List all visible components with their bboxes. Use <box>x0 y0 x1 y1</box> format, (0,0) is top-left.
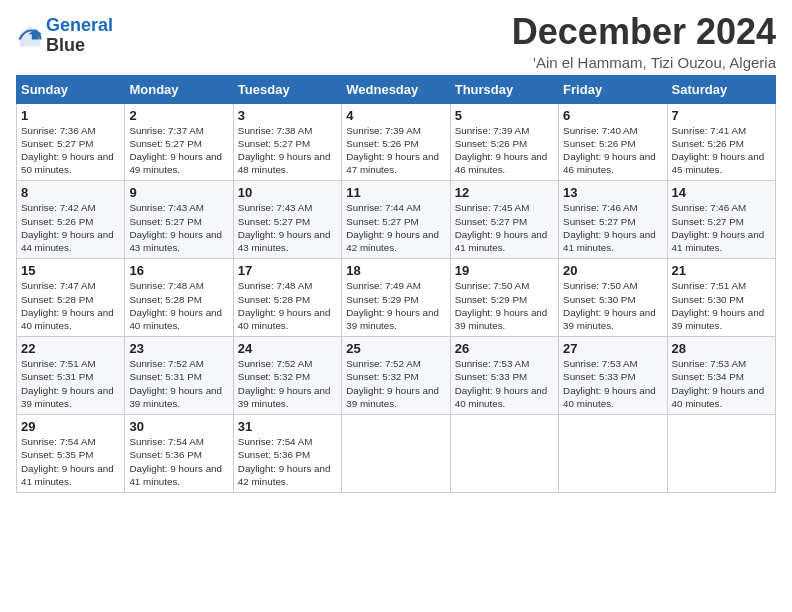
day-detail: Sunrise: 7:45 AMSunset: 5:27 PMDaylight:… <box>455 201 554 254</box>
day-detail: Sunrise: 7:43 AMSunset: 5:27 PMDaylight:… <box>129 201 228 254</box>
calendar-cell: 19Sunrise: 7:50 AMSunset: 5:29 PMDayligh… <box>450 259 558 337</box>
calendar-cell: 18Sunrise: 7:49 AMSunset: 5:29 PMDayligh… <box>342 259 450 337</box>
calendar-cell: 20Sunrise: 7:50 AMSunset: 5:30 PMDayligh… <box>559 259 667 337</box>
calendar-week-5: 29Sunrise: 7:54 AMSunset: 5:35 PMDayligh… <box>17 415 776 493</box>
calendar-cell: 24Sunrise: 7:52 AMSunset: 5:32 PMDayligh… <box>233 337 341 415</box>
calendar-cell: 4Sunrise: 7:39 AMSunset: 5:26 PMDaylight… <box>342 103 450 181</box>
th-friday: Friday <box>559 75 667 103</box>
day-detail: Sunrise: 7:43 AMSunset: 5:27 PMDaylight:… <box>238 201 337 254</box>
day-number: 19 <box>455 263 554 278</box>
calendar-cell: 15Sunrise: 7:47 AMSunset: 5:28 PMDayligh… <box>17 259 125 337</box>
calendar-cell: 14Sunrise: 7:46 AMSunset: 5:27 PMDayligh… <box>667 181 775 259</box>
calendar-week-4: 22Sunrise: 7:51 AMSunset: 5:31 PMDayligh… <box>17 337 776 415</box>
day-number: 13 <box>563 185 662 200</box>
calendar-cell: 17Sunrise: 7:48 AMSunset: 5:28 PMDayligh… <box>233 259 341 337</box>
day-number: 20 <box>563 263 662 278</box>
day-detail: Sunrise: 7:39 AMSunset: 5:26 PMDaylight:… <box>346 124 445 177</box>
logo-icon <box>16 22 44 50</box>
th-wednesday: Wednesday <box>342 75 450 103</box>
th-saturday: Saturday <box>667 75 775 103</box>
day-detail: Sunrise: 7:50 AMSunset: 5:29 PMDaylight:… <box>455 279 554 332</box>
day-detail: Sunrise: 7:42 AMSunset: 5:26 PMDaylight:… <box>21 201 120 254</box>
day-number: 16 <box>129 263 228 278</box>
day-detail: Sunrise: 7:46 AMSunset: 5:27 PMDaylight:… <box>563 201 662 254</box>
page-container: General Blue December 2024 'Ain el Hamma… <box>0 0 792 501</box>
calendar-cell: 10Sunrise: 7:43 AMSunset: 5:27 PMDayligh… <box>233 181 341 259</box>
calendar-cell: 23Sunrise: 7:52 AMSunset: 5:31 PMDayligh… <box>125 337 233 415</box>
calendar-cell: 31Sunrise: 7:54 AMSunset: 5:36 PMDayligh… <box>233 415 341 493</box>
day-detail: Sunrise: 7:52 AMSunset: 5:32 PMDaylight:… <box>346 357 445 410</box>
calendar-week-3: 15Sunrise: 7:47 AMSunset: 5:28 PMDayligh… <box>17 259 776 337</box>
day-detail: Sunrise: 7:48 AMSunset: 5:28 PMDaylight:… <box>129 279 228 332</box>
day-detail: Sunrise: 7:49 AMSunset: 5:29 PMDaylight:… <box>346 279 445 332</box>
logo: General Blue <box>16 16 113 56</box>
logo-text: General Blue <box>46 16 113 56</box>
day-number: 10 <box>238 185 337 200</box>
day-number: 1 <box>21 108 120 123</box>
calendar-week-1: 1Sunrise: 7:36 AMSunset: 5:27 PMDaylight… <box>17 103 776 181</box>
calendar-cell: 22Sunrise: 7:51 AMSunset: 5:31 PMDayligh… <box>17 337 125 415</box>
calendar-cell: 11Sunrise: 7:44 AMSunset: 5:27 PMDayligh… <box>342 181 450 259</box>
header-row: General Blue December 2024 'Ain el Hamma… <box>16 12 776 71</box>
day-detail: Sunrise: 7:54 AMSunset: 5:36 PMDaylight:… <box>238 435 337 488</box>
day-detail: Sunrise: 7:53 AMSunset: 5:34 PMDaylight:… <box>672 357 771 410</box>
day-detail: Sunrise: 7:51 AMSunset: 5:30 PMDaylight:… <box>672 279 771 332</box>
calendar-cell: 30Sunrise: 7:54 AMSunset: 5:36 PMDayligh… <box>125 415 233 493</box>
day-detail: Sunrise: 7:53 AMSunset: 5:33 PMDaylight:… <box>455 357 554 410</box>
calendar-cell: 28Sunrise: 7:53 AMSunset: 5:34 PMDayligh… <box>667 337 775 415</box>
day-number: 29 <box>21 419 120 434</box>
title-block: December 2024 'Ain el Hammam, Tizi Ouzou… <box>512 12 776 71</box>
day-detail: Sunrise: 7:40 AMSunset: 5:26 PMDaylight:… <box>563 124 662 177</box>
day-number: 6 <box>563 108 662 123</box>
calendar-cell <box>667 415 775 493</box>
day-detail: Sunrise: 7:52 AMSunset: 5:32 PMDaylight:… <box>238 357 337 410</box>
calendar-cell: 27Sunrise: 7:53 AMSunset: 5:33 PMDayligh… <box>559 337 667 415</box>
day-detail: Sunrise: 7:41 AMSunset: 5:26 PMDaylight:… <box>672 124 771 177</box>
day-number: 11 <box>346 185 445 200</box>
day-number: 21 <box>672 263 771 278</box>
day-detail: Sunrise: 7:52 AMSunset: 5:31 PMDaylight:… <box>129 357 228 410</box>
calendar-cell: 6Sunrise: 7:40 AMSunset: 5:26 PMDaylight… <box>559 103 667 181</box>
day-detail: Sunrise: 7:44 AMSunset: 5:27 PMDaylight:… <box>346 201 445 254</box>
day-number: 14 <box>672 185 771 200</box>
day-number: 5 <box>455 108 554 123</box>
day-number: 4 <box>346 108 445 123</box>
calendar-cell: 8Sunrise: 7:42 AMSunset: 5:26 PMDaylight… <box>17 181 125 259</box>
calendar-cell <box>342 415 450 493</box>
calendar-cell: 2Sunrise: 7:37 AMSunset: 5:27 PMDaylight… <box>125 103 233 181</box>
day-detail: Sunrise: 7:51 AMSunset: 5:31 PMDaylight:… <box>21 357 120 410</box>
calendar-cell: 1Sunrise: 7:36 AMSunset: 5:27 PMDaylight… <box>17 103 125 181</box>
calendar-cell: 25Sunrise: 7:52 AMSunset: 5:32 PMDayligh… <box>342 337 450 415</box>
day-number: 23 <box>129 341 228 356</box>
day-number: 8 <box>21 185 120 200</box>
th-tuesday: Tuesday <box>233 75 341 103</box>
calendar-cell: 9Sunrise: 7:43 AMSunset: 5:27 PMDaylight… <box>125 181 233 259</box>
day-detail: Sunrise: 7:46 AMSunset: 5:27 PMDaylight:… <box>672 201 771 254</box>
day-number: 31 <box>238 419 337 434</box>
day-number: 25 <box>346 341 445 356</box>
day-detail: Sunrise: 7:50 AMSunset: 5:30 PMDaylight:… <box>563 279 662 332</box>
calendar-cell <box>559 415 667 493</box>
th-sunday: Sunday <box>17 75 125 103</box>
calendar-cell: 5Sunrise: 7:39 AMSunset: 5:26 PMDaylight… <box>450 103 558 181</box>
calendar-week-2: 8Sunrise: 7:42 AMSunset: 5:26 PMDaylight… <box>17 181 776 259</box>
calendar-cell: 29Sunrise: 7:54 AMSunset: 5:35 PMDayligh… <box>17 415 125 493</box>
calendar-cell: 26Sunrise: 7:53 AMSunset: 5:33 PMDayligh… <box>450 337 558 415</box>
day-detail: Sunrise: 7:53 AMSunset: 5:33 PMDaylight:… <box>563 357 662 410</box>
header-row-days: Sunday Monday Tuesday Wednesday Thursday… <box>17 75 776 103</box>
calendar-cell: 13Sunrise: 7:46 AMSunset: 5:27 PMDayligh… <box>559 181 667 259</box>
day-number: 27 <box>563 341 662 356</box>
day-number: 26 <box>455 341 554 356</box>
day-number: 17 <box>238 263 337 278</box>
day-detail: Sunrise: 7:47 AMSunset: 5:28 PMDaylight:… <box>21 279 120 332</box>
location: 'Ain el Hammam, Tizi Ouzou, Algeria <box>512 54 776 71</box>
day-number: 12 <box>455 185 554 200</box>
day-number: 24 <box>238 341 337 356</box>
month-title: December 2024 <box>512 12 776 52</box>
calendar-cell: 7Sunrise: 7:41 AMSunset: 5:26 PMDaylight… <box>667 103 775 181</box>
day-number: 22 <box>21 341 120 356</box>
day-detail: Sunrise: 7:48 AMSunset: 5:28 PMDaylight:… <box>238 279 337 332</box>
day-number: 28 <box>672 341 771 356</box>
calendar-cell <box>450 415 558 493</box>
day-number: 7 <box>672 108 771 123</box>
